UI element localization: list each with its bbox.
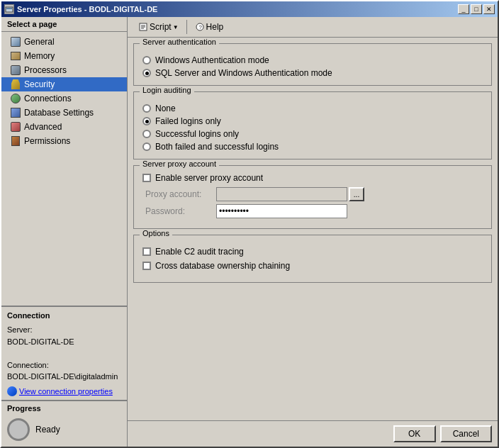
sql-windows-auth-label: SQL Server and Windows Authentication mo… bbox=[155, 68, 332, 78]
sidebar-item-processors[interactable]: Processors bbox=[1, 63, 127, 77]
connection-value: BODL-DIGITAL-DE\digitaladmin bbox=[7, 371, 121, 383]
database-settings-icon bbox=[10, 107, 21, 118]
both-logins-option[interactable]: Both failed and successful logins bbox=[142, 142, 483, 152]
connection-link-text: View connection properties bbox=[19, 386, 113, 398]
bottom-bar: OK Cancel bbox=[128, 420, 498, 447]
sidebar-item-memory[interactable]: Memory bbox=[1, 49, 127, 63]
script-button[interactable]: Script ▼ bbox=[133, 20, 184, 34]
sidebar-item-database-settings[interactable]: Database Settings bbox=[1, 106, 127, 120]
sql-windows-auth-option[interactable]: SQL Server and Windows Authentication mo… bbox=[142, 68, 483, 78]
successful-logins-radio[interactable] bbox=[142, 130, 151, 138]
cross-db-item[interactable]: Cross database ownership chaining bbox=[142, 261, 483, 271]
failed-logins-radio[interactable] bbox=[142, 117, 151, 125]
windows-auth-radio[interactable] bbox=[142, 56, 151, 65]
view-connection-link[interactable]: View connection properties bbox=[7, 386, 121, 398]
login-auditing-title: Login auditing bbox=[140, 86, 194, 94]
sidebar-label-connections: Connections bbox=[24, 94, 72, 103]
ok-button[interactable]: OK bbox=[393, 425, 436, 442]
progress-section: Progress Ready bbox=[1, 400, 127, 447]
successful-logins-label: Successful logins only bbox=[155, 129, 239, 139]
proxy-account-row: Proxy account: ... bbox=[142, 187, 483, 201]
enable-proxy-checkbox[interactable] bbox=[142, 174, 151, 182]
options-title: Options bbox=[140, 229, 172, 237]
maximize-button[interactable]: □ bbox=[471, 4, 482, 14]
main-content: Script ▼ ? Help Server authentication bbox=[128, 17, 498, 447]
server-label: Server: bbox=[7, 324, 121, 336]
connection-label: Connection: bbox=[7, 359, 121, 371]
server-auth-radio-group: Windows Authentication mode SQL Server a… bbox=[142, 55, 483, 78]
server-proxy-content: Enable server proxy account Proxy accoun… bbox=[134, 166, 491, 228]
title-bar: Server Properties - BODL-DIGITAL-DE _ □ … bbox=[1, 1, 498, 17]
password-row: Password: bbox=[142, 204, 483, 218]
toolbar-separator bbox=[186, 20, 187, 34]
title-buttons: _ □ ✕ bbox=[458, 4, 495, 14]
login-auditing-group: Login auditing None Failed logins only bbox=[133, 91, 492, 159]
sidebar-label-permissions: Permissions bbox=[24, 136, 70, 146]
options-content: Enable C2 audit tracing Cross database o… bbox=[134, 235, 491, 282]
window-title: Server Properties - BODL-DIGITAL-DE bbox=[17, 5, 157, 13]
minimize-button[interactable]: _ bbox=[458, 4, 469, 14]
sidebar-item-permissions[interactable]: Permissions bbox=[1, 134, 127, 148]
proxy-browse-button[interactable]: ... bbox=[349, 187, 364, 201]
toolbar: Script ▼ ? Help bbox=[128, 17, 498, 38]
memory-icon bbox=[10, 50, 21, 62]
window-content: Select a page General Memory bbox=[1, 17, 498, 447]
server-auth-content: Windows Authentication mode SQL Server a… bbox=[134, 44, 491, 85]
failed-logins-label: Failed logins only bbox=[155, 116, 221, 126]
login-auditing-radio-group: None Failed logins only Successful login… bbox=[142, 103, 483, 152]
enable-proxy-label: Enable server proxy account bbox=[155, 173, 263, 183]
sidebar-item-general[interactable]: General bbox=[1, 35, 127, 49]
server-auth-title: Server authentication bbox=[140, 38, 219, 46]
connection-section: Connection Server: BODL-DIGITAL-DE Conne… bbox=[1, 306, 127, 400]
password-input[interactable] bbox=[216, 204, 347, 218]
server-value: BODL-DIGITAL-DE bbox=[7, 336, 121, 348]
main-window: Server Properties - BODL-DIGITAL-DE _ □ … bbox=[0, 0, 499, 448]
window-icon bbox=[4, 4, 14, 14]
script-dropdown-icon: ▼ bbox=[173, 24, 179, 30]
progress-header: Progress bbox=[7, 404, 121, 413]
sidebar-label-processors: Processors bbox=[24, 65, 67, 75]
none-radio[interactable] bbox=[142, 104, 151, 113]
c2-audit-checkbox[interactable] bbox=[142, 247, 151, 256]
both-logins-radio[interactable] bbox=[142, 142, 151, 151]
sidebar-items: General Memory Processors bbox=[1, 32, 127, 306]
general-icon bbox=[10, 36, 21, 47]
processors-icon bbox=[10, 65, 21, 76]
svg-text:?: ? bbox=[198, 24, 202, 30]
help-icon: ? bbox=[195, 22, 205, 32]
connection-info: Server: BODL-DIGITAL-DE Connection: BODL… bbox=[7, 324, 121, 397]
help-button[interactable]: ? Help bbox=[190, 20, 229, 34]
progress-status: Ready bbox=[35, 425, 60, 435]
permissions-icon bbox=[10, 135, 21, 147]
sidebar-item-advanced[interactable]: Advanced bbox=[1, 120, 127, 134]
server-proxy-title: Server proxy account bbox=[140, 159, 219, 168]
sidebar-item-connections[interactable]: Connections bbox=[1, 91, 127, 106]
cross-db-checkbox[interactable] bbox=[142, 262, 151, 270]
proxy-account-input[interactable] bbox=[216, 187, 347, 201]
sidebar-item-security[interactable]: Security bbox=[1, 77, 127, 91]
progress-spinner bbox=[7, 418, 30, 441]
close-button[interactable]: ✕ bbox=[483, 4, 495, 14]
successful-logins-option[interactable]: Successful logins only bbox=[142, 129, 483, 139]
security-icon bbox=[10, 79, 21, 90]
server-proxy-group: Server proxy account Enable server proxy… bbox=[133, 165, 492, 229]
help-label: Help bbox=[206, 22, 224, 32]
sidebar-header: Select a page bbox=[1, 17, 127, 32]
enable-proxy-item[interactable]: Enable server proxy account bbox=[142, 173, 483, 183]
windows-auth-label: Windows Authentication mode bbox=[155, 55, 269, 65]
none-option[interactable]: None bbox=[142, 103, 483, 113]
c2-audit-item[interactable]: Enable C2 audit tracing bbox=[142, 247, 483, 257]
login-auditing-content: None Failed logins only Successful login… bbox=[134, 92, 491, 159]
windows-auth-option[interactable]: Windows Authentication mode bbox=[142, 55, 483, 65]
cancel-button[interactable]: Cancel bbox=[440, 425, 492, 442]
password-label: Password: bbox=[145, 206, 216, 216]
failed-logins-option[interactable]: Failed logins only bbox=[142, 116, 483, 126]
script-icon bbox=[138, 22, 148, 32]
server-authentication-group: Server authentication Windows Authentica… bbox=[133, 43, 492, 86]
sql-windows-auth-radio[interactable] bbox=[142, 69, 151, 77]
svg-rect-1 bbox=[6, 8, 12, 9]
link-icon bbox=[7, 386, 17, 396]
options-group: Options Enable C2 audit tracing Cross da… bbox=[133, 235, 492, 283]
sidebar-label-database-settings: Database Settings bbox=[24, 108, 94, 118]
both-logins-label: Both failed and successful logins bbox=[155, 142, 279, 152]
